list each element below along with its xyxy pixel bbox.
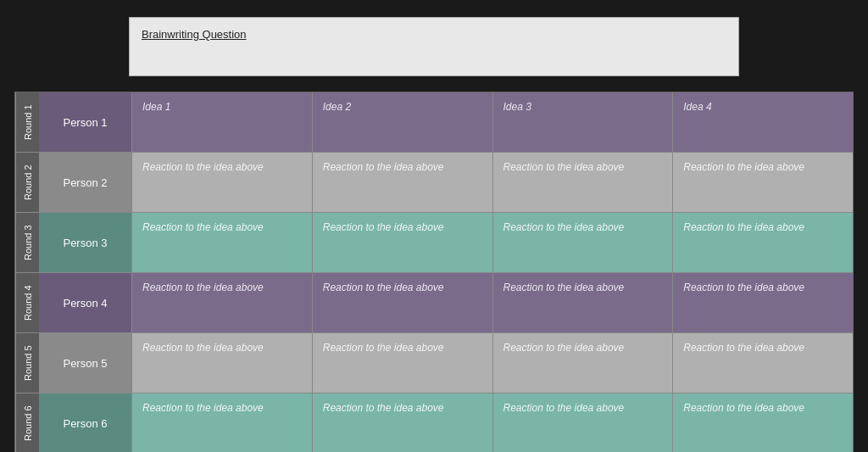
- idea-cell-r5-c3[interactable]: Reaction to the idea above: [493, 333, 674, 393]
- idea-cell-r6-c3[interactable]: Reaction to the idea above: [493, 393, 674, 452]
- row-round6: Round 6Person 6Reaction to the idea abov…: [15, 393, 853, 452]
- person-cell-5: Person 5: [39, 333, 132, 393]
- person-cell-6: Person 6: [39, 393, 132, 452]
- idea-cell-r6-c2[interactable]: Reaction to the idea above: [313, 393, 493, 452]
- row-round1: Round 1Person 1Idea 1Idea 2Idea 3Idea 4: [15, 92, 853, 153]
- brainwriting-table: Round 1Person 1Idea 1Idea 2Idea 3Idea 4R…: [14, 92, 854, 452]
- idea-cell-r2-c2[interactable]: Reaction to the idea above: [313, 153, 493, 212]
- round-label-4: Round 4: [15, 273, 39, 332]
- person-cell-2: Person 2: [39, 153, 132, 212]
- round-label-5: Round 5: [15, 333, 39, 393]
- idea-cell-r5-c2[interactable]: Reaction to the idea above: [313, 333, 493, 393]
- idea-cell-r1-c4[interactable]: Idea 4: [673, 92, 853, 152]
- idea-cell-r3-c3[interactable]: Reaction to the idea above: [493, 213, 674, 272]
- round-label-3: Round 3: [15, 213, 39, 272]
- idea-cell-r4-c3[interactable]: Reaction to the idea above: [493, 273, 674, 332]
- round-label-6: Round 6: [15, 393, 39, 452]
- idea-cell-r4-c2[interactable]: Reaction to the idea above: [313, 273, 493, 332]
- row-round4: Round 4Person 4Reaction to the idea abov…: [15, 273, 853, 333]
- row-round5: Round 5Person 5Reaction to the idea abov…: [15, 333, 853, 393]
- idea-cell-r4-c1[interactable]: Reaction to the idea above: [132, 273, 313, 332]
- idea-cell-r2-c4[interactable]: Reaction to the idea above: [673, 153, 853, 212]
- round-label-1: Round 1: [15, 92, 39, 152]
- idea-cell-r3-c4[interactable]: Reaction to the idea above: [673, 213, 853, 272]
- idea-cell-r1-c1[interactable]: Idea 1: [132, 92, 313, 152]
- idea-cell-r5-c4[interactable]: Reaction to the idea above: [673, 333, 853, 393]
- question-label: Brainwriting Question: [142, 28, 247, 41]
- idea-cell-r1-c3[interactable]: Idea 3: [493, 92, 674, 152]
- idea-cell-r5-c1[interactable]: Reaction to the idea above: [132, 333, 313, 393]
- round-label-2: Round 2: [15, 153, 39, 212]
- idea-cell-r3-c2[interactable]: Reaction to the idea above: [313, 213, 493, 272]
- idea-cell-r1-c2[interactable]: Idea 2: [313, 92, 493, 152]
- idea-cell-r6-c1[interactable]: Reaction to the idea above: [132, 393, 313, 452]
- idea-cell-r2-c1[interactable]: Reaction to the idea above: [132, 153, 313, 212]
- person-cell-3: Person 3: [39, 213, 132, 272]
- question-box[interactable]: Brainwriting Question: [129, 17, 739, 76]
- idea-cell-r2-c3[interactable]: Reaction to the idea above: [493, 153, 674, 212]
- row-round3: Round 3Person 3Reaction to the idea abov…: [15, 213, 853, 273]
- idea-cell-r6-c4[interactable]: Reaction to the idea above: [673, 393, 853, 452]
- person-cell-1: Person 1: [39, 92, 132, 152]
- idea-cell-r3-c1[interactable]: Reaction to the idea above: [132, 213, 313, 272]
- idea-cell-r4-c4[interactable]: Reaction to the idea above: [673, 273, 853, 332]
- row-round2: Round 2Person 2Reaction to the idea abov…: [15, 153, 853, 213]
- person-cell-4: Person 4: [39, 273, 132, 332]
